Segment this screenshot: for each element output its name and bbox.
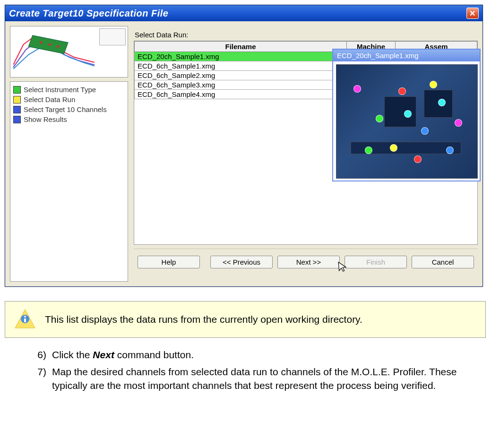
channel-marker-icon xyxy=(398,87,406,95)
dialog-content: Select Instrument TypeSelect Data RunSel… xyxy=(5,21,482,286)
instruction-item: 7)Map the desired channels from selected… xyxy=(5,363,468,394)
wizard-steps-list: Select Instrument TypeSelect Data RunSel… xyxy=(10,81,128,282)
instruction-item: 6)Click the Next command button. xyxy=(5,346,468,363)
next-button[interactable]: Next >> xyxy=(277,256,340,268)
finish-button: Finish xyxy=(345,256,407,268)
wizard-dialog: Create Target10 Specification File ✕ Sel… xyxy=(5,5,483,287)
preview-popup-body xyxy=(333,61,480,181)
cancel-button[interactable]: Cancel xyxy=(412,256,474,268)
wizard-step[interactable]: Select Instrument Type xyxy=(12,85,126,95)
cell-filename: ECD_6ch_Sample3.xmg xyxy=(135,80,347,90)
left-panel: Select Instrument TypeSelect Data RunSel… xyxy=(10,26,128,282)
instruction-text: Map the desired channels from selected d… xyxy=(52,365,468,392)
window-title: Create Target10 Specification File xyxy=(9,8,168,19)
channel-marker-icon xyxy=(404,110,412,118)
wizard-button-row: Help << Previous Next >> Finish Cancel xyxy=(134,249,478,270)
cell-filename: ECD_6ch_Sample1.xmg xyxy=(135,61,347,71)
svg-point-3 xyxy=(57,45,59,48)
step-status-icon xyxy=(13,116,21,123)
titlebar: Create Target10 Specification File ✕ xyxy=(5,5,482,21)
preview-popup-title: ECD_20ch_Sample1.xmg xyxy=(333,50,480,61)
previous-button[interactable]: << Previous xyxy=(210,256,273,268)
channel-marker-icon xyxy=(430,81,437,88)
instruction-number: 7) xyxy=(33,365,46,392)
step-label: Select Instrument Type xyxy=(24,86,96,94)
cell-filename: ECD_6ch_Sample2.xmg xyxy=(135,71,347,80)
step-label: Select Target 10 Channels xyxy=(24,105,107,113)
help-button[interactable]: Help xyxy=(138,256,200,268)
svg-rect-7 xyxy=(24,319,26,322)
wizard-step[interactable]: Show Results xyxy=(12,114,126,124)
info-note: This list displays the data runs from th… xyxy=(5,301,486,338)
cell-filename: ECD_20ch_Sample1.xmg xyxy=(135,52,347,61)
cell-filename: ECD_6ch_Sample4.xmg xyxy=(135,90,347,99)
channel-marker-icon xyxy=(421,127,429,135)
pcb-board-icon xyxy=(336,64,478,179)
channel-marker-icon xyxy=(376,115,383,122)
instruction-number: 6) xyxy=(33,348,46,362)
step-label: Show Results xyxy=(24,115,67,123)
wizard-step[interactable]: Select Data Run xyxy=(12,95,126,104)
step-status-icon xyxy=(13,106,21,113)
channel-marker-icon xyxy=(455,119,462,127)
step-status-icon xyxy=(13,96,21,103)
chart-thumbnail-icon xyxy=(13,29,95,70)
select-data-run-label: Select Data Run: xyxy=(135,31,478,39)
channel-marker-icon xyxy=(414,155,422,163)
wizard-step[interactable]: Select Target 10 Channels xyxy=(12,104,126,114)
channel-marker-icon xyxy=(365,146,372,154)
instruction-text: Click the Next command button. xyxy=(52,348,194,362)
info-note-text: This list displays the data runs from th… xyxy=(45,314,362,325)
channel-marker-icon xyxy=(353,85,361,93)
svg-point-1 xyxy=(40,41,42,43)
channel-marker-icon xyxy=(438,99,446,106)
instruction-list: 6)Click the Next command button.7)Map th… xyxy=(5,346,468,394)
col-filename[interactable]: Filename xyxy=(135,42,347,52)
close-icon: ✕ xyxy=(469,9,476,18)
close-button[interactable]: ✕ xyxy=(466,8,479,19)
step-label: Select Data Run xyxy=(24,95,75,103)
step-status-icon xyxy=(13,86,21,94)
data-run-preview-popup: ECD_20ch_Sample1.xmg xyxy=(332,49,481,181)
svg-point-6 xyxy=(24,316,26,318)
thumbnail-legend xyxy=(99,28,126,45)
right-panel: Select Data Run: Filename Machine Assem … xyxy=(134,26,478,282)
svg-point-2 xyxy=(49,43,51,46)
info-icon xyxy=(14,308,36,331)
preview-thumbnail xyxy=(10,26,128,78)
